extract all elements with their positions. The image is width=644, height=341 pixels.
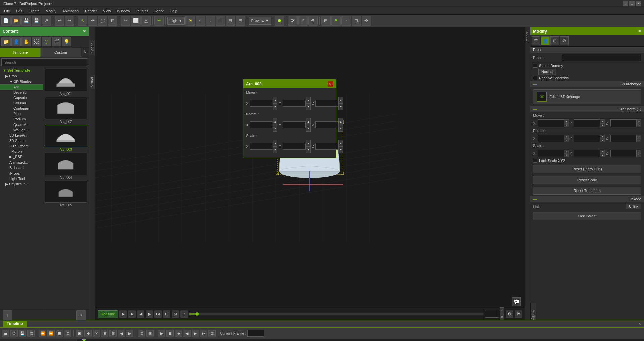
tree-iprops[interactable]: iProps <box>0 170 43 176</box>
tree-3d-blocks[interactable]: ▼ 3D Blocks <box>0 79 43 84</box>
tb-scale-tool[interactable]: ⊡ <box>108 16 117 26</box>
rp-grid-icon[interactable]: ⊞ <box>550 36 559 45</box>
rotate-y-up[interactable]: ▲ <box>306 118 311 125</box>
vp-prev-key[interactable]: ⏮ <box>128 310 136 318</box>
move-y-input[interactable]: 100.000 <box>283 100 306 107</box>
lp-person-icon[interactable]: 👤 <box>11 37 21 46</box>
tb-preview-dropdown[interactable]: Preview ▼ <box>249 17 271 25</box>
tb-cam2[interactable]: ⬛ <box>216 16 225 26</box>
tree-column[interactable]: Column <box>0 100 43 106</box>
reset-transform-btn[interactable]: Reset Transform <box>533 187 641 195</box>
rotate-z-up[interactable]: ▲ <box>338 118 343 125</box>
linkage-section-header[interactable]: — Linkage <box>530 196 644 202</box>
move-y-up[interactable]: ▲ <box>306 97 311 103</box>
rp-scale-z-down[interactable]: ▼ <box>637 153 641 157</box>
tl-back-frame[interactable]: ◀ <box>183 330 191 337</box>
visual-tab[interactable]: Visual <box>89 75 95 89</box>
tl-add-key[interactable]: ✚ <box>84 330 92 337</box>
window-controls[interactable]: — □ ✕ <box>623 1 641 6</box>
rp-rotate-x-down[interactable]: ▼ <box>564 138 569 142</box>
edit-in-3dxchange-btn[interactable]: ✕ Edit in 3DXchange <box>533 89 641 104</box>
vp-markers[interactable]: ⚑ <box>515 310 522 318</box>
menu-file[interactable]: File <box>1 8 13 14</box>
tb-tool4[interactable]: ⊡ <box>352 16 361 26</box>
tree-billboard[interactable]: Billboard <box>0 165 43 170</box>
unlink-button[interactable]: Unlink <box>626 204 641 209</box>
receive-shadows-checkbox[interactable] <box>533 76 537 80</box>
move-x-down[interactable]: ▼ <box>273 103 277 110</box>
tb-open[interactable]: 📂 <box>11 16 21 26</box>
tree-animated[interactable]: Animated... <box>0 160 43 165</box>
tree-morph[interactable]: _Morph <box>0 149 43 154</box>
tl-prev-motion[interactable]: ⏪ <box>39 330 46 337</box>
scale-z-up[interactable]: ▲ <box>338 140 343 146</box>
lp-folder-icon[interactable]: 📁 <box>1 37 11 46</box>
tl-play[interactable]: ▶ <box>158 330 165 337</box>
move-y-down[interactable]: ▼ <box>306 103 311 110</box>
rp-move-y-down[interactable]: ▼ <box>600 123 605 127</box>
menu-view[interactable]: View <box>100 8 114 14</box>
scene-tab[interactable]: Scene <box>89 40 95 55</box>
thumb-arc002[interactable]: Arc_002 <box>45 97 88 124</box>
rp-scale-x-input[interactable]: 100,000 <box>538 150 564 157</box>
tb-save-as[interactable]: 💾 <box>32 16 41 26</box>
tree-set-template[interactable]: ▼ Set Template <box>0 68 43 73</box>
tl-prev-key2[interactable]: ⏮ <box>175 330 182 337</box>
rp-scale-z-up[interactable]: ▲ <box>637 150 641 153</box>
tb-cam4[interactable]: ⊟ <box>236 16 245 26</box>
tb-tool5[interactable]: ✜ <box>362 16 371 26</box>
tree-beveled[interactable]: Beveled <box>0 90 43 95</box>
tb-select[interactable]: ↖ <box>78 16 87 26</box>
tl-del-key[interactable]: ✕ <box>93 330 100 337</box>
thumb-arc004[interactable]: Arc_004 <box>45 153 88 179</box>
tb-brush[interactable]: ✏ <box>121 16 130 26</box>
vp-play[interactable]: ▶ <box>119 310 127 318</box>
menu-create[interactable]: Create <box>26 8 42 14</box>
move-z-up[interactable]: ▲ <box>338 97 343 103</box>
tree-quad-m[interactable]: Quad M... <box>0 122 43 127</box>
vp-alt-loop[interactable]: ⊠ <box>172 310 179 318</box>
tl-edit-key[interactable]: ⊟ <box>101 330 108 337</box>
vp-progress-bar[interactable] <box>189 313 484 315</box>
vp-frame-input[interactable]: 1 <box>485 311 498 318</box>
menu-help[interactable]: Help <box>167 8 180 14</box>
thumb-arc001[interactable]: Arc_001 <box>45 69 88 96</box>
transform-section-header[interactable]: — Transform (T) <box>530 106 644 112</box>
tl-zoom-sel[interactable]: ⊞ <box>146 330 154 337</box>
tb-eye[interactable]: 👁 <box>154 16 164 26</box>
close-button[interactable]: ✕ <box>636 1 641 6</box>
tb-undo[interactable]: ↩ <box>55 16 64 26</box>
menu-script[interactable]: Script <box>152 8 166 14</box>
pick-parent-btn[interactable]: Pick Parent <box>533 212 641 220</box>
rotate-x-up[interactable]: ▲ <box>273 118 277 125</box>
reset-zero-out-btn[interactable]: Reset ( Zero Out ) <box>533 165 641 173</box>
rp-move-y-input[interactable]: 100,000 <box>574 119 600 127</box>
tree-capsule[interactable]: Capsule <box>0 95 43 100</box>
tl-copy-motion[interactable]: ⊞ <box>56 330 63 337</box>
tb-move[interactable]: ✛ <box>88 16 97 26</box>
search-input[interactable] <box>1 58 87 66</box>
move-x-up[interactable]: ▲ <box>273 97 277 103</box>
rotate-z-input[interactable]: 0.000 <box>315 121 338 128</box>
lp-hand-icon[interactable]: ✋ <box>21 37 31 46</box>
scale-y-input[interactable]: 100.000 <box>283 143 306 150</box>
minimize-button[interactable]: — <box>623 1 628 6</box>
message-icon[interactable]: 💬 <box>512 297 521 306</box>
menu-edit[interactable]: Edit <box>13 8 25 14</box>
rotate-y-input[interactable]: 0.000 <box>283 121 306 128</box>
tb-anim2[interactable]: ⊕ <box>308 16 318 26</box>
vp-loop[interactable]: ⊟ <box>163 310 170 318</box>
rp-settings-icon[interactable]: ☰ <box>532 36 540 45</box>
tl-record2[interactable]: ⊡ <box>208 330 216 337</box>
tb-home[interactable]: ⌂ <box>196 16 205 26</box>
vp-prev-frame[interactable]: ◀ <box>137 310 144 318</box>
lp-add-btn[interactable]: + <box>76 310 86 320</box>
tb-tool2[interactable]: ⚑ <box>331 16 341 26</box>
rp-move-z-up[interactable]: ▲ <box>637 119 641 123</box>
tl-save-icon[interactable]: 💾 <box>19 330 26 337</box>
rp-rotate-z-input[interactable]: 0,000 <box>610 135 637 142</box>
refresh-icon[interactable]: ↻ <box>81 48 89 55</box>
rp-gear-icon[interactable]: ⚙ <box>560 36 569 45</box>
tb-save[interactable]: 💾 <box>21 16 31 26</box>
frame-up[interactable]: ▲ <box>500 307 504 314</box>
